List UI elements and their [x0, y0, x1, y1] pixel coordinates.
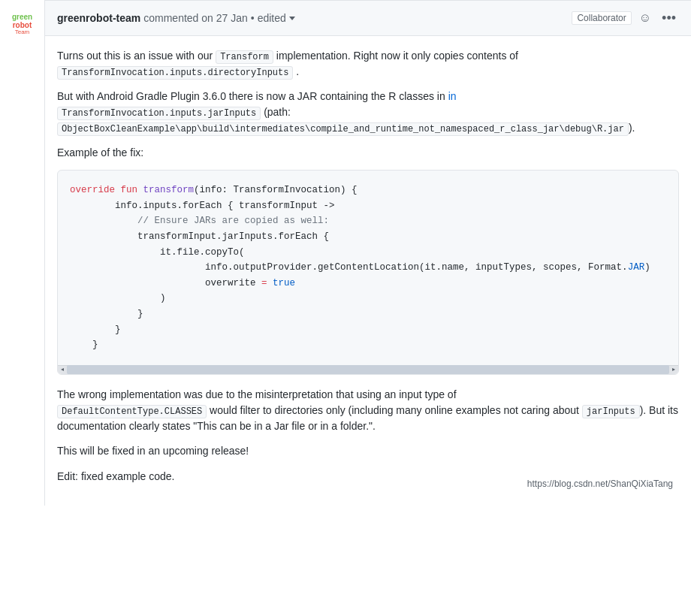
scrollbar-thumb[interactable] — [67, 365, 669, 374]
emoji-button[interactable]: ☺ — [638, 10, 653, 26]
p1-text-after: implementation. Right now it only copies… — [273, 50, 518, 62]
period1: . — [296, 65, 299, 77]
bottom-link: https://blog.csdn.net/ShanQiXiaTang — [521, 474, 679, 494]
logo: green robot Team — [5, 6, 41, 42]
comment-header-left: greenrobot-team commented on 27 Jan • ed… — [57, 12, 295, 24]
comment-action-text: commented on 27 Jan — [143, 12, 248, 24]
page-wrapper: green robot Team greenrobot-team comment… — [0, 0, 691, 506]
fix-line: This will be fixed in an upcoming releas… — [57, 443, 679, 459]
main-content: greenrobot-team commented on 27 Jan • ed… — [45, 0, 691, 506]
scroll-right-arrow[interactable]: ▸ — [669, 365, 678, 374]
logo-robot: robot — [13, 21, 32, 29]
footer-row: Edit: fixed example code. https://blog.c… — [57, 468, 679, 494]
code-directory-inputs: TransformInvocation.inputs.directoryInpu… — [57, 66, 293, 80]
wrong-impl-after: would filter to directories only (includ… — [207, 404, 582, 416]
comment-header: greenrobot-team commented on 27 Jan • ed… — [45, 0, 691, 36]
jar-inputs-link[interactable]: in — [448, 90, 457, 102]
paragraph-2: But with Android Gradle Plugin 3.6.0 the… — [57, 89, 679, 136]
code-jar-inputs: TransformInvocation.inputs.jarInputs — [57, 107, 261, 120]
scroll-left-arrow[interactable]: ◂ — [58, 365, 67, 374]
commenter-name[interactable]: greenrobot-team — [57, 12, 140, 24]
left-sidebar: green robot Team — [0, 0, 45, 506]
code-block-wrapper: override fun transform(info: TransformIn… — [57, 170, 679, 375]
code-jar-inputs2: jarInputs — [582, 405, 640, 418]
collaborator-badge: Collaborator — [572, 11, 631, 25]
p1-code1: Transform — [216, 50, 273, 64]
p2-text-before: But with Android Gradle Plugin 3.6.0 the… — [57, 90, 445, 102]
example-label: Example of the fix: — [57, 145, 679, 161]
wrong-impl-paragraph: The wrong implementation was due to the … — [57, 387, 679, 434]
chevron-down-icon — [289, 17, 295, 20]
comment-body: Turns out this is an issue with our Tran… — [45, 36, 691, 506]
wrong-impl-before: The wrong implementation was due to the … — [57, 388, 457, 400]
code-default-content-type: DefaultContentType.CLASSES — [57, 405, 207, 418]
p2-mid: (path: — [261, 106, 291, 118]
bullet-separator: • — [251, 12, 255, 24]
edit-note: Edit: fixed example code. — [57, 469, 174, 485]
p2-text-in: in — [448, 90, 457, 102]
smiley-icon: ☺ — [639, 11, 651, 24]
p1-text-before: Turns out this is an issue with our — [57, 50, 216, 62]
horizontal-scrollbar[interactable]: ◂ ▸ — [58, 365, 678, 374]
p2-end: ). — [629, 122, 635, 134]
paragraph-1: Turns out this is an issue with our Tran… — [57, 48, 679, 80]
code-path: ObjectBoxCleanExample\app\build\intermed… — [57, 122, 629, 136]
edited-dropdown-button[interactable]: edited — [258, 12, 295, 24]
edited-label: edited — [258, 12, 286, 24]
code-block: override fun transform(info: TransformIn… — [58, 171, 678, 365]
comment-header-right: Collaborator ☺ ••• — [572, 10, 679, 26]
more-options-button[interactable]: ••• — [659, 10, 679, 26]
code-scroll-area[interactable]: override fun transform(info: TransformIn… — [58, 171, 678, 365]
more-icon: ••• — [662, 11, 676, 26]
logo-green: green — [12, 13, 32, 21]
logo-team: Team — [15, 29, 30, 36]
